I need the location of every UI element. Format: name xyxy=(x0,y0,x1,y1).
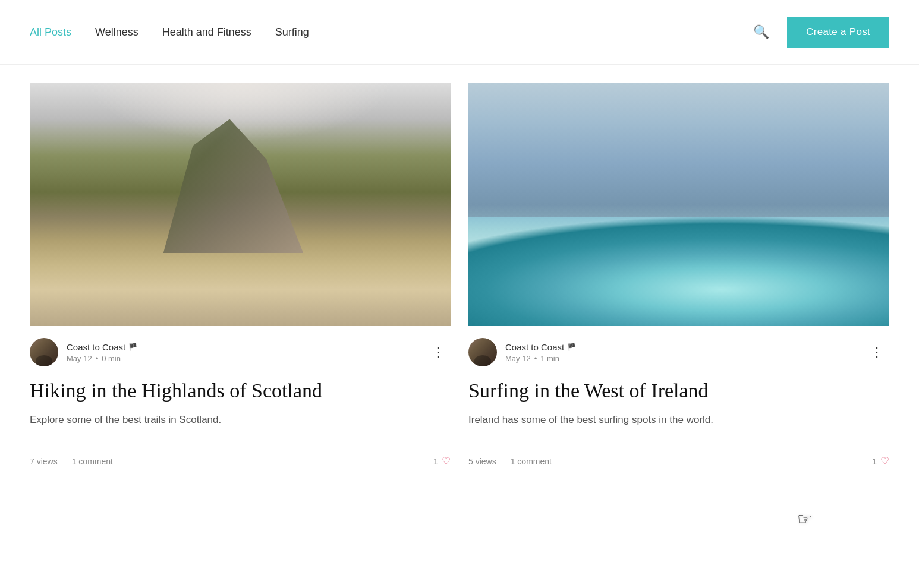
post-comments-1: 1 comment xyxy=(72,457,113,466)
post-image-1[interactable] xyxy=(30,83,451,326)
search-icon[interactable]: 🔍 xyxy=(753,24,769,40)
author-info-1: Coast to Coast 🏴 May 12 • 0 min xyxy=(67,342,427,363)
nav-links: All Posts Wellness Health and Fitness Su… xyxy=(30,26,729,39)
post-stats-1: 7 views 1 comment xyxy=(30,457,113,466)
post-comments-2: 1 comment xyxy=(511,457,552,466)
post-footer-1: 7 views 1 comment 1 ♡ xyxy=(30,455,451,467)
post-author-row-2: Coast to Coast 🏴 May 12 • 1 min ⋮ xyxy=(468,338,889,366)
nav-link-health-fitness[interactable]: Health and Fitness xyxy=(162,26,251,39)
more-options-button-1[interactable]: ⋮ xyxy=(427,343,451,361)
post-likes-2[interactable]: 1 ♡ xyxy=(872,455,889,467)
post-excerpt-1: Explore some of the best trails in Scotl… xyxy=(30,412,451,428)
post-stats-2: 5 views 1 comment xyxy=(468,457,552,466)
post-title-2[interactable]: Surfing in the West of Ireland xyxy=(468,378,889,404)
post-meta-2: May 12 • 1 min xyxy=(505,354,866,363)
admin-icon-1: 🏴 xyxy=(128,343,137,351)
nav-link-all-posts[interactable]: All Posts xyxy=(30,26,71,39)
heart-icon-1[interactable]: ♡ xyxy=(442,455,451,467)
nav-link-wellness[interactable]: Wellness xyxy=(95,26,139,39)
post-views-2: 5 views xyxy=(468,457,496,466)
post-views-1: 7 views xyxy=(30,457,58,466)
heart-icon-2[interactable]: ♡ xyxy=(880,455,889,467)
post-meta-1: May 12 • 0 min xyxy=(67,354,427,363)
nav-link-surfing[interactable]: Surfing xyxy=(275,26,309,39)
cursor-pointer: ☞ xyxy=(797,509,812,529)
post-excerpt-2: Ireland has some of the best surfing spo… xyxy=(468,412,889,428)
post-card-1: Coast to Coast 🏴 May 12 • 0 min ⋮ Hiking… xyxy=(30,83,451,479)
create-post-button[interactable]: Create a Post xyxy=(787,17,889,48)
post-divider-2 xyxy=(468,445,889,445)
post-author-row-1: Coast to Coast 🏴 May 12 • 0 min ⋮ xyxy=(30,338,451,366)
posts-grid: Coast to Coast 🏴 May 12 • 0 min ⋮ Hiking… xyxy=(0,65,919,497)
nav-bar: All Posts Wellness Health and Fitness Su… xyxy=(0,0,919,65)
admin-icon-2: 🏴 xyxy=(567,343,576,351)
post-card-2: Coast to Coast 🏴 May 12 • 1 min ⋮ Surfin… xyxy=(468,83,889,479)
avatar-1 xyxy=(30,338,58,366)
post-footer-2: 5 views 1 comment 1 ♡ xyxy=(468,455,889,467)
post-divider-1 xyxy=(30,445,451,445)
post-title-1[interactable]: Hiking in the Highlands of Scotland xyxy=(30,378,451,404)
more-options-button-2[interactable]: ⋮ xyxy=(866,343,889,361)
author-info-2: Coast to Coast 🏴 May 12 • 1 min xyxy=(505,342,866,363)
nav-right: 🔍 Create a Post xyxy=(753,17,889,48)
avatar-2 xyxy=(468,338,497,366)
author-name-2: Coast to Coast 🏴 xyxy=(505,342,866,352)
author-name-1: Coast to Coast 🏴 xyxy=(67,342,427,352)
post-likes-1[interactable]: 1 ♡ xyxy=(433,455,451,467)
post-image-2[interactable] xyxy=(468,83,889,326)
